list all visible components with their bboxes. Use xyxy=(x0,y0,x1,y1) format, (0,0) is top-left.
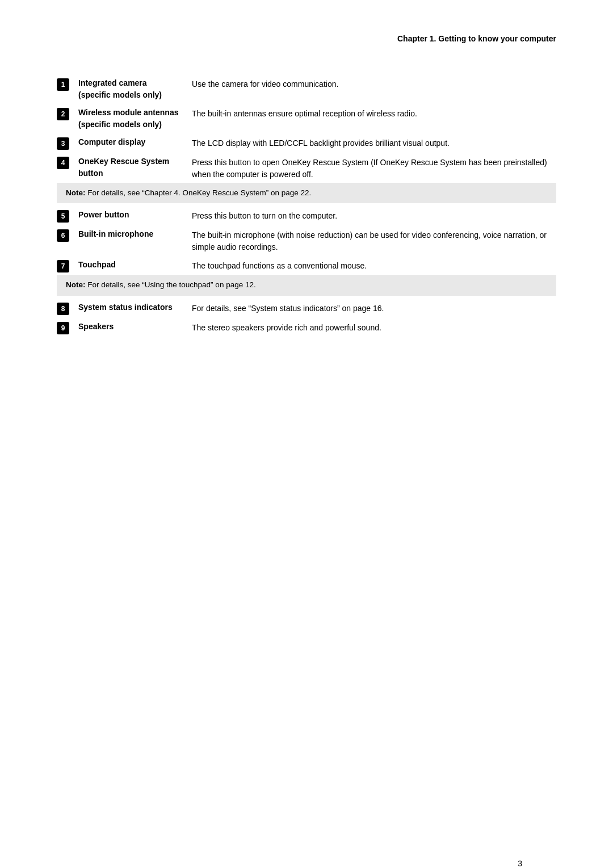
note-label: Note: xyxy=(66,280,86,289)
entry-definition-5: Press this button to turn on the compute… xyxy=(192,209,556,222)
entry-term-2: Wireless module antennas (specific model… xyxy=(78,107,192,131)
entry-group-1: 1Integrated camera (specific models only… xyxy=(57,77,556,101)
entry-group-2: 2Wireless module antennas (specific mode… xyxy=(57,107,556,131)
entry-definition-3: The LCD display with LED/CCFL backlight … xyxy=(192,136,556,149)
entry-term-3: Computer display xyxy=(78,136,192,148)
entry-term-5: Power button xyxy=(78,209,192,221)
entry-row-6: 6Built-in microphoneThe built-in microph… xyxy=(57,228,556,253)
entry-badge-5: 5 xyxy=(57,210,69,223)
entry-badge-4: 4 xyxy=(57,157,69,169)
entry-definition-6: The built-in microphone (with noise redu… xyxy=(192,228,556,253)
note-row-7: Note: For details, see “Using the touchp… xyxy=(57,275,556,295)
entry-row-8: 8System status indicatorsFor details, se… xyxy=(57,301,556,315)
entry-row-4: 4OneKey Rescue System buttonPress this b… xyxy=(57,156,556,181)
entry-definition-2: The built-in antennas ensure optimal rec… xyxy=(192,107,556,120)
note-label: Note: xyxy=(66,188,86,197)
entry-term-1: Integrated camera (specific models only) xyxy=(78,77,192,101)
entry-badge-8: 8 xyxy=(57,303,69,315)
entry-term-7: Touchpad xyxy=(78,259,192,271)
page-number: 3 xyxy=(518,859,522,868)
entry-badge-7: 7 xyxy=(57,260,69,272)
entry-badge-2: 2 xyxy=(57,108,69,120)
entry-group-3: 3Computer displayThe LCD display with LE… xyxy=(57,136,556,150)
entry-group-9: 9SpeakersThe stereo speakers provide ric… xyxy=(57,321,556,334)
entry-badge-3: 3 xyxy=(57,137,69,150)
entry-definition-8: For details, see “System status indicato… xyxy=(192,301,556,315)
entry-row-7: 7TouchpadThe touchpad functions as a con… xyxy=(57,259,556,272)
entry-definition-7: The touchpad functions as a conventional… xyxy=(192,259,556,272)
entry-group-5: 5Power buttonPress this button to turn o… xyxy=(57,209,556,223)
entry-row-5: 5Power buttonPress this button to turn o… xyxy=(57,209,556,223)
entry-badge-6: 6 xyxy=(57,229,69,242)
entry-badge-1: 1 xyxy=(57,78,69,91)
entry-term-9: Speakers xyxy=(78,321,192,333)
entry-row-2: 2Wireless module antennas (specific mode… xyxy=(57,107,556,131)
page-wrapper: Chapter 1. Getting to know your computer… xyxy=(45,34,568,868)
content-area: 1Integrated camera (specific models only… xyxy=(45,77,568,340)
entry-definition-9: The stereo speakers provide rich and pow… xyxy=(192,321,556,334)
entry-badge-9: 9 xyxy=(57,322,69,334)
entry-group-7: 7TouchpadThe touchpad functions as a con… xyxy=(57,259,556,295)
chapter-title: Chapter 1. Getting to know your computer xyxy=(397,34,556,43)
entry-term-6: Built-in microphone xyxy=(78,228,192,240)
entry-row-3: 3Computer displayThe LCD display with LE… xyxy=(57,136,556,150)
entry-definition-4: Press this button to open OneKey Rescue … xyxy=(192,156,556,181)
entry-definition-1: Use the camera for video communication. xyxy=(192,77,556,90)
entry-group-8: 8System status indicatorsFor details, se… xyxy=(57,301,556,315)
entry-row-9: 9SpeakersThe stereo speakers provide ric… xyxy=(57,321,556,334)
entry-term-4: OneKey Rescue System button xyxy=(78,156,192,179)
entry-term-8: System status indicators xyxy=(78,301,192,313)
entry-group-6: 6Built-in microphoneThe built-in microph… xyxy=(57,228,556,253)
chapter-header: Chapter 1. Getting to know your computer xyxy=(45,34,568,43)
entry-group-4: 4OneKey Rescue System buttonPress this b… xyxy=(57,156,556,203)
note-row-4: Note: For details, see “Chapter 4. OneKe… xyxy=(57,183,556,203)
entry-row-1: 1Integrated camera (specific models only… xyxy=(57,77,556,101)
